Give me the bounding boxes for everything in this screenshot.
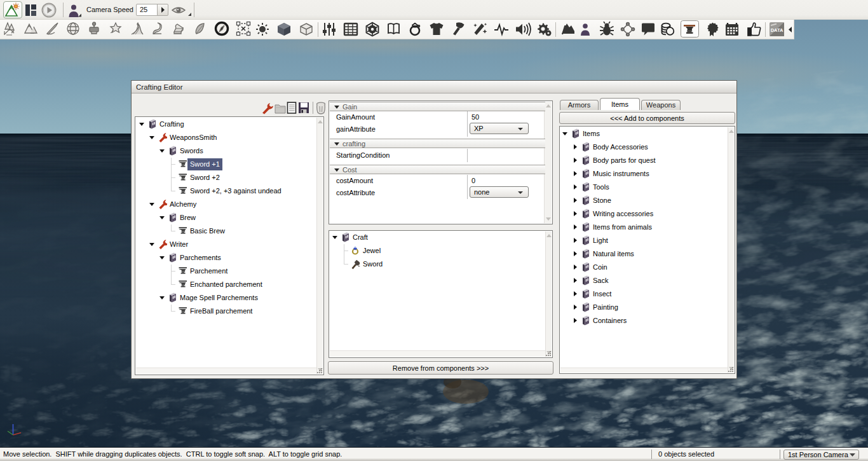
svg-text:DATA: DATA — [771, 27, 783, 33]
